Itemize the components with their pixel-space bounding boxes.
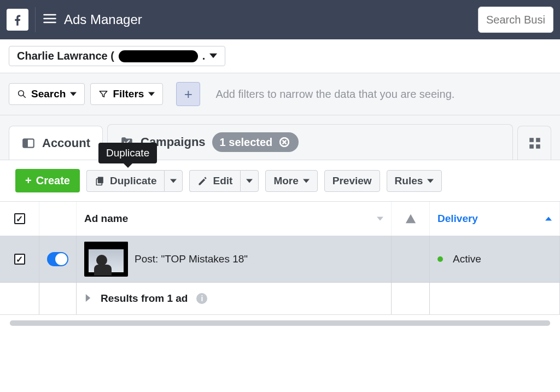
- top-nav: Ads Manager: [0, 0, 560, 39]
- edit-button[interactable]: Edit: [189, 170, 240, 192]
- selected-badge: 1 selected: [212, 132, 299, 152]
- duplicate-button[interactable]: Duplicate: [86, 170, 165, 192]
- app-title: Ads Manager: [64, 12, 142, 27]
- scrollbar-thumb[interactable]: [10, 320, 550, 326]
- tab-ad-sets[interactable]: [517, 126, 551, 160]
- top-search-wrap: [478, 7, 553, 33]
- create-button-label: Create: [36, 174, 70, 187]
- search-input[interactable]: [478, 7, 553, 33]
- clear-selection-button[interactable]: [278, 136, 291, 149]
- edit-group: Edit: [189, 170, 259, 192]
- search-button[interactable]: Search: [9, 83, 85, 105]
- footer-spacer: [430, 283, 560, 314]
- chevron-down-icon: [303, 178, 310, 184]
- rules-button-label: Rules: [395, 175, 423, 187]
- header-ad-name[interactable]: Ad name: [77, 202, 392, 236]
- tab-label: Account: [42, 136, 90, 150]
- facebook-logo[interactable]: [7, 9, 28, 31]
- overview-icon: [21, 136, 36, 150]
- results-label: Results from 1 ad: [101, 292, 188, 305]
- tooltip-text: Duplicate: [106, 147, 149, 159]
- filters-button[interactable]: Filters: [90, 83, 163, 105]
- header-delivery[interactable]: Delivery: [430, 202, 560, 236]
- action-toolbar: Duplicate + Create Duplicate Edit More P…: [0, 160, 560, 202]
- plus-icon: +: [25, 174, 32, 187]
- row-checkbox-cell: [0, 236, 39, 282]
- svg-rect-6: [536, 138, 540, 142]
- svg-rect-5: [529, 138, 534, 142]
- row-delivery-cell: Active: [430, 236, 560, 282]
- ad-thumbnail: [84, 242, 128, 277]
- separator: [35, 7, 36, 32]
- status-dot: [438, 256, 443, 262]
- chevron-down-icon: [170, 178, 177, 184]
- row-checkbox[interactable]: [14, 254, 25, 265]
- row-warning-cell: [392, 236, 430, 282]
- header-warnings[interactable]: [392, 202, 430, 236]
- more-button[interactable]: More: [265, 170, 317, 192]
- chevron-down-icon: [148, 88, 155, 100]
- header-toggle-cell: [39, 202, 77, 236]
- info-icon[interactable]: i: [196, 293, 207, 304]
- select-all-checkbox[interactable]: [14, 213, 25, 224]
- svg-rect-7: [529, 144, 534, 149]
- delivery-status: Active: [453, 253, 481, 265]
- duplicate-icon: [95, 175, 106, 186]
- filters-button-label: Filters: [113, 88, 144, 100]
- grid-icon: [528, 136, 542, 150]
- duplicate-button-label: Duplicate: [110, 175, 157, 187]
- row-toggle[interactable]: [47, 252, 68, 266]
- footer-results: Results from 1 ad i: [77, 283, 392, 314]
- account-name-prefix: Charlie Lawrance (: [17, 50, 114, 62]
- duplicate-group: Duplicate: [86, 170, 183, 192]
- filter-hint: Add filters to narrow the data that you …: [215, 88, 454, 101]
- tab-account-overview[interactable]: Account: [9, 126, 103, 160]
- warning-icon: [405, 213, 417, 225]
- selected-count-label: 1 selected: [220, 136, 273, 149]
- delivery-header-label: Delivery: [438, 213, 478, 225]
- add-filter-button[interactable]: +: [176, 82, 200, 106]
- account-name-suffix: .: [202, 50, 206, 62]
- preview-button[interactable]: Preview: [324, 170, 380, 192]
- expand-results-button[interactable]: [84, 292, 92, 305]
- chevron-down-icon: [70, 88, 77, 100]
- table-header: Ad name Delivery: [0, 202, 560, 236]
- pencil-icon: [197, 175, 208, 186]
- row-toggle-cell: [39, 236, 77, 282]
- table-row[interactable]: Post: "TOP Mistakes 18" Active: [0, 236, 560, 283]
- account-selector[interactable]: Charlie Lawrance ( .: [9, 46, 225, 66]
- plus-icon: +: [184, 86, 192, 103]
- account-redacted: [119, 50, 198, 62]
- svg-rect-9: [98, 177, 103, 183]
- table-footer: Results from 1 ad i: [0, 283, 560, 315]
- more-button-label: More: [273, 175, 298, 187]
- footer-spacer: [392, 283, 430, 314]
- tab-bar: Account Campaigns 1 selected: [0, 115, 560, 160]
- duplicate-dropdown[interactable]: [164, 170, 183, 192]
- horizontal-scrollbar[interactable]: [10, 320, 550, 326]
- tab-campaigns[interactable]: Campaigns 1 selected: [107, 124, 513, 160]
- rules-button[interactable]: Rules: [387, 170, 442, 192]
- row-name-cell: Post: "TOP Mistakes 18": [77, 236, 392, 282]
- svg-point-0: [19, 91, 24, 96]
- filter-bar: Search Filters + Add filters to narrow t…: [0, 73, 560, 115]
- edit-button-label: Edit: [213, 175, 232, 187]
- account-bar: Charlie Lawrance ( .: [0, 39, 560, 73]
- footer-spacer: [39, 283, 77, 314]
- sort-adname-button[interactable]: [377, 213, 383, 225]
- ad-name[interactable]: Post: "TOP Mistakes 18": [135, 253, 248, 265]
- sort-delivery-button[interactable]: [545, 213, 552, 225]
- search-icon: [17, 89, 27, 99]
- svg-rect-3: [23, 139, 28, 147]
- chevron-down-icon: [427, 178, 434, 184]
- ad-name-header-label: Ad name: [84, 213, 128, 225]
- ads-table: Ad name Delivery Post: "TOP Mistakes 18"…: [0, 202, 560, 326]
- edit-dropdown[interactable]: [240, 170, 259, 192]
- svg-rect-8: [536, 144, 540, 149]
- hamburger-icon: [42, 11, 57, 26]
- menu-button[interactable]: [42, 11, 57, 28]
- svg-line-1: [23, 95, 26, 98]
- chevron-down-icon: [209, 50, 217, 62]
- create-button[interactable]: + Create: [15, 169, 80, 192]
- footer-spacer: [0, 283, 39, 314]
